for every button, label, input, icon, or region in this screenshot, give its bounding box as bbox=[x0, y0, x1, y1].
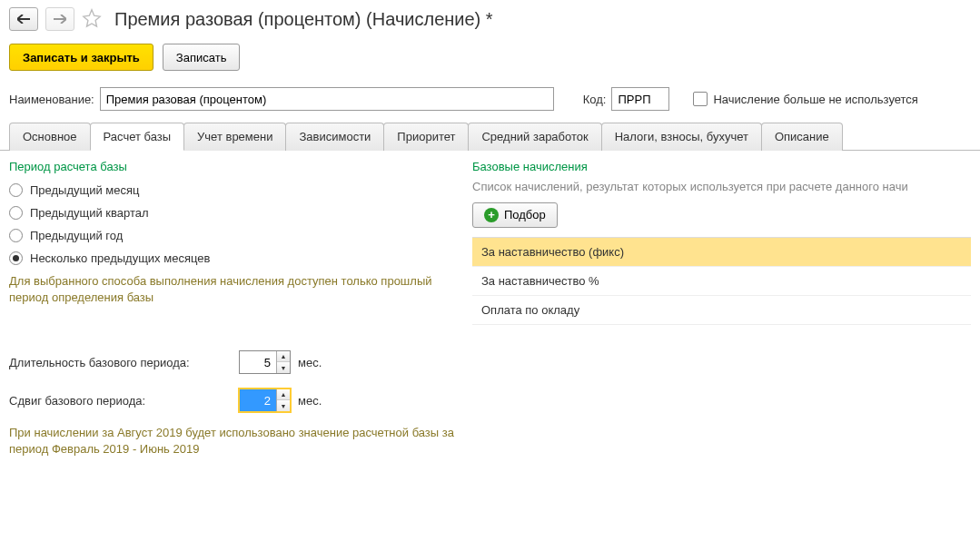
duration-label: Длительность базового периода: bbox=[9, 356, 232, 369]
favorite-star-icon[interactable] bbox=[82, 8, 102, 31]
tab-5[interactable]: Средний заработок bbox=[468, 123, 601, 151]
list-item[interactable]: Оплата по окладу bbox=[472, 296, 971, 325]
tab-3[interactable]: Зависимости bbox=[285, 123, 384, 151]
list-item[interactable]: За наставничество (фикс) bbox=[472, 238, 971, 267]
period-radio-3[interactable]: Несколько предыдущих месяцев bbox=[9, 247, 454, 270]
page-title: Премия разовая (процентом) (Начисление) … bbox=[114, 9, 493, 30]
radio-label: Предыдущий месяц bbox=[30, 183, 140, 197]
base-hint: Список начислений, результат которых исп… bbox=[472, 179, 971, 195]
tab-0[interactable]: Основное bbox=[9, 123, 91, 151]
shift-unit: мес. bbox=[298, 394, 322, 408]
radio-icon bbox=[9, 183, 23, 197]
disabled-label: Начисление больше не используется bbox=[713, 93, 917, 106]
code-label: Код: bbox=[583, 93, 607, 106]
pick-button[interactable]: + Подбор bbox=[472, 202, 558, 228]
radio-label: Предыдущий квартал bbox=[30, 206, 149, 220]
period-section-title: Период расчета базы bbox=[9, 160, 454, 173]
tab-2[interactable]: Учет времени bbox=[183, 123, 286, 151]
radio-label: Предыдущий год bbox=[30, 229, 123, 242]
shift-label: Сдвиг базового периода: bbox=[9, 394, 232, 408]
shift-down-button[interactable]: ▼ bbox=[277, 400, 290, 411]
forward-button[interactable] bbox=[45, 7, 74, 31]
code-input[interactable] bbox=[611, 87, 669, 111]
radio-icon bbox=[9, 251, 23, 265]
calculation-note: При начислении за Август 2019 будет испо… bbox=[9, 425, 454, 457]
base-section-title: Базовые начисления bbox=[472, 160, 971, 173]
list-item[interactable]: За наставничество % bbox=[472, 267, 971, 296]
shift-spinner[interactable]: ▲ ▼ bbox=[239, 389, 291, 412]
pick-label: Подбор bbox=[504, 208, 546, 221]
tab-6[interactable]: Налоги, взносы, бухучет bbox=[601, 123, 762, 151]
period-radio-0[interactable]: Предыдущий месяц bbox=[9, 179, 454, 202]
period-radio-1[interactable]: Предыдущий квартал bbox=[9, 202, 454, 224]
plus-icon: + bbox=[484, 208, 499, 222]
duration-down-button[interactable]: ▼ bbox=[277, 362, 290, 373]
disabled-checkbox[interactable] bbox=[693, 92, 708, 106]
duration-spinner[interactable]: ▲ ▼ bbox=[239, 350, 291, 374]
duration-input[interactable] bbox=[240, 351, 276, 373]
tab-4[interactable]: Приоритет bbox=[383, 123, 469, 151]
duration-up-button[interactable]: ▲ bbox=[277, 351, 290, 362]
back-button[interactable] bbox=[9, 7, 38, 31]
name-input[interactable] bbox=[100, 87, 554, 111]
name-label: Наименование: bbox=[9, 93, 94, 106]
radio-icon bbox=[9, 206, 23, 220]
period-note: Для выбранного способа выполнения начисл… bbox=[9, 273, 454, 305]
shift-up-button[interactable]: ▲ bbox=[277, 389, 290, 400]
save-button[interactable]: Записать bbox=[163, 44, 241, 71]
tab-7[interactable]: Описание bbox=[761, 123, 843, 151]
shift-input[interactable] bbox=[240, 389, 276, 411]
tab-1[interactable]: Расчет базы bbox=[90, 123, 185, 151]
period-radio-2[interactable]: Предыдущий год bbox=[9, 224, 454, 247]
radio-label: Несколько предыдущих месяцев bbox=[30, 251, 210, 265]
radio-icon bbox=[9, 229, 23, 242]
save-and-close-button[interactable]: Записать и закрыть bbox=[9, 44, 153, 71]
duration-unit: мес. bbox=[298, 356, 322, 369]
